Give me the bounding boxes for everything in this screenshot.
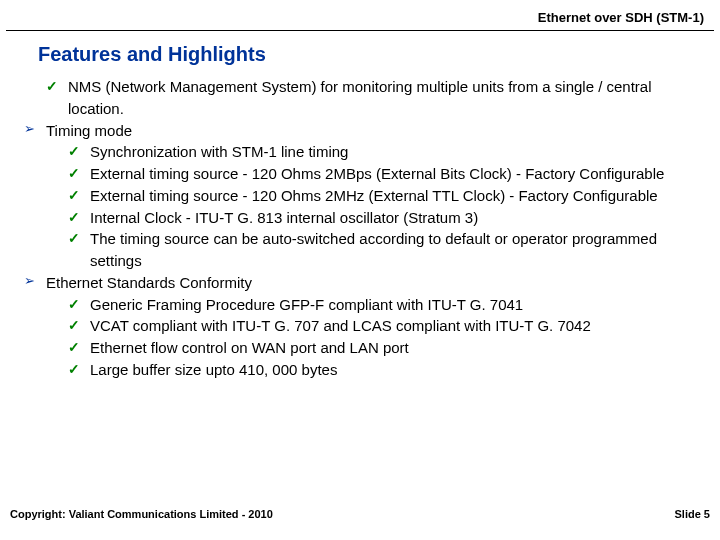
list-item-text: Timing mode: [46, 122, 132, 139]
list-item: External timing source - 120 Ohms 2MBps …: [68, 163, 692, 185]
list-item-text: Synchronization with STM-1 line timing: [90, 143, 348, 160]
list-item-text: Large buffer size upto 410, 000 bytes: [90, 361, 337, 378]
list-item-text: Internal Clock - ITU-T G. 813 internal o…: [90, 209, 478, 226]
slide-footer: Copyright: Valiant Communications Limite…: [0, 502, 720, 540]
list-item-text: Ethernet flow control on WAN port and LA…: [90, 339, 409, 356]
list-item: Ethernet flow control on WAN port and LA…: [68, 337, 692, 359]
section-title: Features and Highlights: [0, 31, 720, 76]
list-item: External timing source - 120 Ohms 2MHz (…: [68, 185, 692, 207]
list-item: Synchronization with STM-1 line timing: [68, 141, 692, 163]
slide-content: NMS (Network Management System) for moni…: [0, 76, 720, 502]
list-item-text: External timing source - 120 Ohms 2MHz (…: [90, 187, 658, 204]
header-title: Ethernet over SDH (STM-1): [538, 10, 704, 25]
list-item: Timing mode: [24, 120, 692, 142]
slide: Ethernet over SDH (STM-1) Features and H…: [0, 0, 720, 540]
list-item-text: VCAT compliant with ITU-T G. 707 and LCA…: [90, 317, 591, 334]
list-item-text: The timing source can be auto-switched a…: [90, 230, 657, 269]
list-item: Large buffer size upto 410, 000 bytes: [68, 359, 692, 381]
list-item: NMS (Network Management System) for moni…: [46, 76, 692, 120]
list-item-text: Generic Framing Procedure GFP-F complian…: [90, 296, 523, 313]
list-item: Internal Clock - ITU-T G. 813 internal o…: [68, 207, 692, 229]
list-item-text: NMS (Network Management System) for moni…: [68, 78, 652, 117]
list-item: Generic Framing Procedure GFP-F complian…: [68, 294, 692, 316]
list-item-text: Ethernet Standards Conformity: [46, 274, 252, 291]
list-item: VCAT compliant with ITU-T G. 707 and LCA…: [68, 315, 692, 337]
slide-number: Slide 5: [675, 508, 710, 520]
list-item: Ethernet Standards Conformity: [24, 272, 692, 294]
copyright-text: Copyright: Valiant Communications Limite…: [10, 508, 273, 520]
list-item: The timing source can be auto-switched a…: [68, 228, 692, 272]
bullet-list: NMS (Network Management System) for moni…: [46, 76, 692, 381]
list-item-text: External timing source - 120 Ohms 2MBps …: [90, 165, 664, 182]
slide-header: Ethernet over SDH (STM-1): [6, 0, 714, 31]
